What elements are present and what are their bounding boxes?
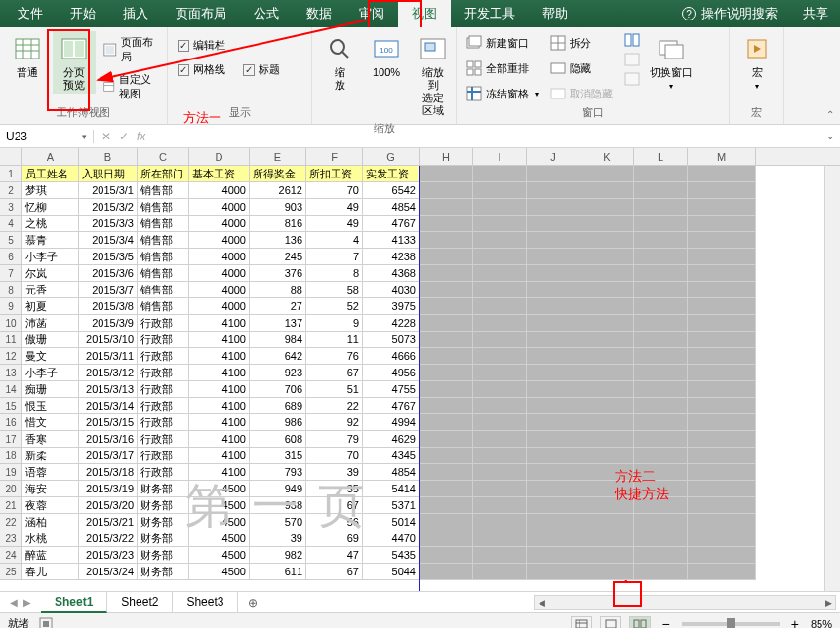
cell[interactable] [473,481,527,497]
cell[interactable]: 春儿 [22,564,79,580]
cell[interactable]: 49 [306,199,363,216]
cell[interactable] [473,298,527,315]
row-header-19[interactable]: 19 [0,464,22,481]
cell[interactable]: 销售部 [138,298,189,315]
cell[interactable]: 慕青 [22,232,79,249]
cell[interactable]: 初夏 [22,298,79,315]
cell[interactable] [580,398,634,414]
cell[interactable] [688,365,756,381]
cell[interactable] [688,182,756,199]
cell[interactable]: 4956 [363,365,420,381]
cell[interactable]: 4100 [189,464,250,481]
tab-视图[interactable]: 视图 [398,0,451,27]
cell[interactable] [634,547,688,564]
cell[interactable]: 财务部 [138,530,189,547]
cell[interactable]: 4000 [189,249,250,265]
cell[interactable]: 52 [306,298,363,315]
cell[interactable]: 4000 [189,265,250,282]
cell[interactable] [473,348,527,365]
cell[interactable] [580,199,634,216]
cell[interactable] [420,481,473,497]
cell[interactable] [634,414,688,431]
cell[interactable] [580,365,634,381]
cell[interactable]: 销售部 [138,216,189,232]
cell[interactable]: 基本工资 [189,166,250,182]
row-header-13[interactable]: 13 [0,365,22,381]
cell[interactable]: 706 [250,381,306,398]
cell[interactable]: 销售部 [138,199,189,216]
cell[interactable] [688,216,756,232]
cell[interactable]: 570 [250,514,306,530]
cell[interactable]: 39 [306,464,363,481]
cell[interactable] [473,282,527,298]
cell[interactable]: 水桃 [22,530,79,547]
cell[interactable]: 88 [250,282,306,298]
cell[interactable] [688,431,756,448]
cell[interactable]: 入职日期 [79,166,138,182]
cell[interactable] [688,332,756,348]
zoom-to-selection-button[interactable]: 缩放到 选定区域 [412,31,455,119]
cell[interactable] [473,497,527,514]
cell[interactable] [580,464,634,481]
tell-me-search[interactable]: 操作说明搜索 [701,5,778,22]
macros-button[interactable]: 宏▾ [736,31,779,95]
row-header-16[interactable]: 16 [0,414,22,431]
cell[interactable] [688,547,756,564]
cell[interactable] [527,564,580,580]
cell[interactable]: 惜文 [22,414,79,431]
cell[interactable] [634,381,688,398]
cell[interactable] [527,216,580,232]
col-header-B[interactable]: B [79,148,138,165]
cell[interactable]: 所得奖金 [250,166,306,182]
cell[interactable] [580,448,634,464]
cell[interactable]: 2015/3/17 [79,448,138,464]
cell[interactable] [580,530,634,547]
col-header-D[interactable]: D [189,148,250,165]
cell[interactable]: 51 [306,381,363,398]
fx-icon[interactable]: fx [137,130,145,143]
cell[interactable] [527,497,580,514]
cell[interactable]: 4500 [189,564,250,580]
cell[interactable] [688,315,756,332]
cell[interactable] [420,315,473,332]
cell[interactable] [634,497,688,514]
cell[interactable]: 70 [306,182,363,199]
cell[interactable]: 小李子 [22,365,79,381]
cell[interactable]: 5073 [363,332,420,348]
cell[interactable]: 56 [306,514,363,530]
cell[interactable] [473,232,527,249]
tab-帮助[interactable]: 帮助 [529,0,581,27]
row-header-17[interactable]: 17 [0,431,22,448]
macro-record-icon[interactable] [39,617,53,629]
cell[interactable] [527,249,580,265]
cell[interactable] [420,381,473,398]
cell[interactable]: 4500 [189,497,250,514]
cell[interactable] [634,365,688,381]
cell[interactable]: 7 [306,249,363,265]
vertical-scrollbar[interactable] [824,166,840,591]
cell[interactable] [527,348,580,365]
row-header-23[interactable]: 23 [0,530,22,547]
cell[interactable]: 376 [250,265,306,282]
cell[interactable] [420,298,473,315]
cell[interactable]: 76 [306,348,363,365]
cell[interactable]: 79 [306,431,363,448]
cell[interactable]: 香寒 [22,431,79,448]
cell[interactable]: 4030 [363,282,420,298]
cell[interactable] [634,216,688,232]
cell[interactable]: 67 [306,365,363,381]
cell[interactable] [580,514,634,530]
cell[interactable]: 67 [306,564,363,580]
cell[interactable]: 137 [250,315,306,332]
cell[interactable]: 3975 [363,298,420,315]
cell[interactable]: 语蓉 [22,464,79,481]
cell[interactable] [688,199,756,216]
row-header-18[interactable]: 18 [0,448,22,464]
cell[interactable] [527,431,580,448]
cell[interactable] [527,414,580,431]
cell[interactable] [580,348,634,365]
cell[interactable] [527,182,580,199]
cell[interactable]: 2015/3/1 [79,182,138,199]
cell[interactable] [527,547,580,564]
cell[interactable]: 35 [306,481,363,497]
